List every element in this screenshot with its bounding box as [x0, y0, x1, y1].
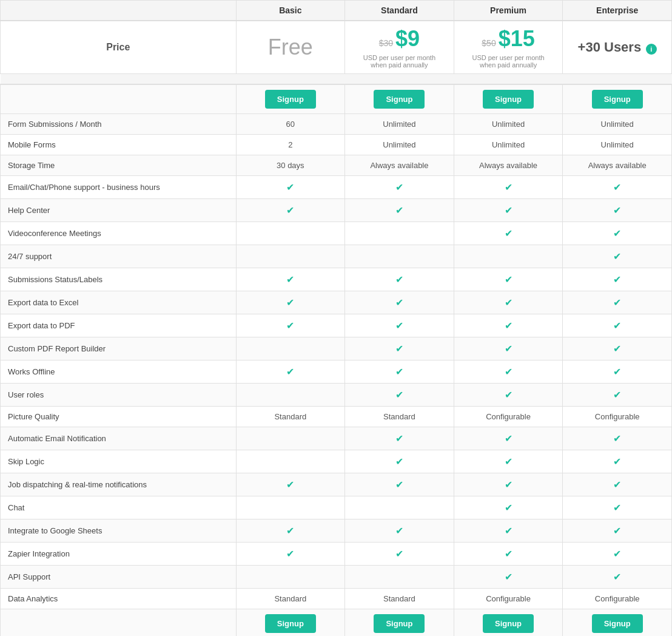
standard-feature-value: Standard — [345, 589, 454, 609]
premium-feature-value: ✔ — [454, 384, 563, 407]
feature-name: Export data to PDF — [1, 314, 237, 337]
standard-signup-button-top[interactable]: Signup — [374, 90, 425, 109]
premium-signup-button-top[interactable]: Signup — [483, 90, 534, 109]
check-icon: ✔ — [395, 390, 403, 400]
basic-feature-value: ✔ — [236, 176, 345, 199]
premium-feature-value: Configurable — [454, 407, 563, 427]
standard-feature-value: Always available — [345, 155, 454, 176]
signup-row-top: Signup Signup Signup Signup — [1, 84, 672, 114]
check-icon: ✔ — [505, 572, 512, 582]
standard-signup-top: Signup — [345, 84, 454, 114]
feature-name: Data Analytics — [1, 589, 237, 609]
check-icon: ✔ — [395, 274, 403, 285]
standard-feature-value: ✔ — [345, 473, 454, 496]
enterprise-feature-value: ✔ — [563, 496, 672, 519]
standard-price-display: $30$9 — [352, 26, 446, 52]
premium-signup-button-bottom[interactable]: Signup — [483, 614, 534, 633]
signup-row-bottom: Signup Signup Signup Signup — [1, 609, 672, 637]
premium-price-display: $50$15 — [462, 26, 556, 52]
standard-feature-value: ✔ — [345, 519, 454, 543]
standard-signup-bottom: Signup — [345, 609, 454, 637]
standard-signup-button-bottom[interactable]: Signup — [374, 614, 425, 633]
check-icon: ✔ — [505, 390, 512, 400]
check-icon: ✔ — [395, 343, 403, 354]
feature-name: Storage Time — [1, 155, 237, 176]
premium-feature-value: Always available — [454, 155, 563, 176]
basic-signup-button-top[interactable]: Signup — [265, 90, 316, 109]
basic-feature-value: ✔ — [236, 291, 345, 314]
pricing-table: Basic Standard Premium Enterprise Price … — [0, 0, 672, 636]
feature-row: Skip Logic✔✔✔ — [1, 450, 672, 473]
basic-feature-value — [236, 427, 345, 450]
check-icon: ✔ — [286, 526, 294, 536]
feature-name: Chat — [1, 496, 237, 519]
basic-feature-value: 60 — [236, 114, 345, 135]
enterprise-feature-value: Unlimited — [563, 135, 672, 155]
feature-row: Help Center✔✔✔✔ — [1, 199, 672, 222]
feature-row: Picture QualityStandardStandardConfigura… — [1, 407, 672, 427]
check-icon: ✔ — [286, 274, 294, 285]
basic-plan-header: Basic — [236, 1, 345, 21]
basic-feature-value: ✔ — [236, 519, 345, 543]
feature-name: Form Submissions / Month — [1, 114, 237, 135]
check-icon: ✔ — [613, 320, 621, 331]
price-row: Price Free $30$9 USD per user per monthw… — [1, 21, 672, 74]
enterprise-feature-value: ✔ — [563, 314, 672, 337]
basic-signup-top: Signup — [236, 84, 345, 114]
basic-signup-bottom: Signup — [236, 609, 345, 637]
enterprise-feature-value: Configurable — [563, 407, 672, 427]
enterprise-feature-value: ✔ — [563, 450, 672, 473]
enterprise-signup-button-bottom[interactable]: Signup — [592, 614, 643, 633]
feature-name: Picture Quality — [1, 407, 237, 427]
check-icon: ✔ — [505, 479, 512, 490]
feature-name: Videoconference Meetings — [1, 222, 237, 245]
enterprise-feature-value: ✔ — [563, 543, 672, 566]
enterprise-feature-value: ✔ — [563, 222, 672, 245]
premium-feature-value: ✔ — [454, 360, 563, 384]
check-icon: ✔ — [505, 182, 512, 192]
basic-signup-button-bottom[interactable]: Signup — [265, 614, 316, 633]
enterprise-feature-value: ✔ — [563, 473, 672, 496]
check-icon: ✔ — [395, 479, 403, 490]
feature-row: Chat✔✔ — [1, 496, 672, 519]
premium-feature-value: ✔ — [454, 496, 563, 519]
feature-row: Export data to PDF✔✔✔✔ — [1, 314, 672, 337]
check-icon: ✔ — [505, 297, 512, 308]
price-label: Price — [1, 21, 237, 74]
premium-feature-value: Unlimited — [454, 114, 563, 135]
enterprise-signup-button-top[interactable]: Signup — [592, 90, 643, 109]
premium-signup-top: Signup — [454, 84, 563, 114]
standard-feature-value: Standard — [345, 407, 454, 427]
enterprise-feature-value: ✔ — [563, 384, 672, 407]
check-icon: ✔ — [613, 549, 621, 559]
feature-name: Help Center — [1, 199, 237, 222]
premium-feature-value: ✔ — [454, 222, 563, 245]
basic-feature-value — [236, 566, 345, 589]
check-icon: ✔ — [395, 320, 403, 331]
basic-feature-value: ✔ — [236, 314, 345, 337]
premium-feature-value: Unlimited — [454, 135, 563, 155]
feature-name: Email/Chat/Phone support - business hour… — [1, 176, 237, 199]
check-icon: ✔ — [286, 549, 294, 559]
check-icon: ✔ — [395, 549, 403, 559]
plan-header-row: Basic Standard Premium Enterprise — [1, 1, 672, 21]
basic-feature-value: ✔ — [236, 543, 345, 566]
basic-feature-value: 30 days — [236, 155, 345, 176]
enterprise-info-icon[interactable]: i — [646, 44, 657, 55]
enterprise-feature-value: ✔ — [563, 566, 672, 589]
check-icon: ✔ — [613, 367, 621, 377]
check-icon: ✔ — [613, 456, 621, 467]
feature-row: 24/7 support✔ — [1, 245, 672, 268]
check-icon: ✔ — [613, 297, 621, 308]
check-icon: ✔ — [286, 320, 294, 331]
enterprise-feature-value: ✔ — [563, 291, 672, 314]
check-icon: ✔ — [613, 205, 621, 215]
check-icon: ✔ — [505, 456, 512, 467]
separator-1 — [1, 74, 672, 85]
enterprise-signup-top: Signup — [563, 84, 672, 114]
enterprise-plan-header: Enterprise — [563, 1, 672, 21]
standard-feature-value — [345, 496, 454, 519]
basic-feature-value: ✔ — [236, 360, 345, 384]
check-icon: ✔ — [395, 433, 403, 444]
premium-feature-value: ✔ — [454, 176, 563, 199]
